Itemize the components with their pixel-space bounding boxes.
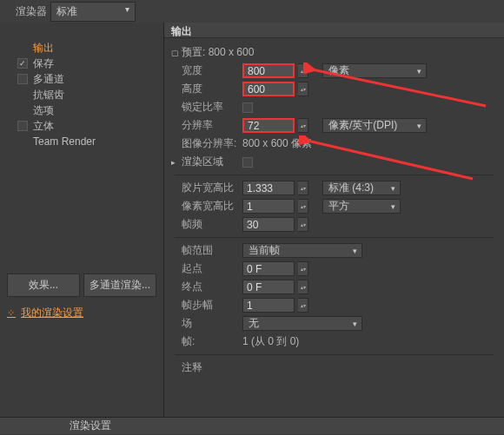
frame-range-select[interactable]: 当前帧 [242, 243, 362, 258]
pixel-aspect-input[interactable]: 1 [242, 199, 295, 214]
lock-ratio-checkbox[interactable] [242, 102, 253, 113]
sidebar-item-multipass[interactable]: 多通道 [0, 71, 163, 87]
end-label: 终点 [168, 280, 239, 294]
image-res-label: 图像分辨率: [168, 136, 239, 151]
sidebar-label: 抗锯齿 [33, 88, 64, 102]
render-region-checkbox[interactable] [242, 157, 253, 168]
renderer-select[interactable]: 标准 [50, 2, 136, 22]
film-aspect-input[interactable]: 1.333 [242, 181, 295, 195]
disclosure-icon[interactable]: ▢ [168, 49, 178, 57]
frame-range-label: 帧范围 [168, 243, 239, 258]
pixel-aspect-label: 像素宽高比 [168, 199, 239, 214]
panel-title: 输出 [164, 23, 504, 38]
end-input[interactable]: 0 F [242, 280, 295, 294]
resolution-spinner[interactable]: ▴▾ [298, 118, 308, 133]
pixel-aspect-select[interactable]: 平方 [322, 199, 401, 214]
height-label: 高度 [168, 82, 239, 96]
film-aspect-label: 胶片宽高比 [168, 181, 239, 195]
frames-value: 1 (从 0 到 0) [242, 334, 299, 349]
frame-step-spinner[interactable]: ▴▾ [298, 298, 308, 313]
sidebar-label: 立体 [33, 119, 54, 134]
sidebar-tree: 输出 ✓ 保存 多通道 抗锯齿 选项 立体 [0, 36, 163, 270]
field-label: 场 [168, 316, 239, 331]
sidebar-item-options[interactable]: 选项 [0, 102, 163, 118]
end-spinner[interactable]: ▴▾ [298, 280, 308, 294]
sidebar-item-save[interactable]: ✓ 保存 [0, 56, 163, 71]
height-input[interactable]: 600 [242, 82, 295, 96]
footer-bar: 渲染设置 [0, 417, 504, 434]
divider [175, 237, 494, 238]
resolution-unit-select[interactable]: 像素/英寸(DPI) [322, 118, 427, 133]
field-select[interactable]: 无 [242, 316, 362, 331]
film-aspect-select[interactable]: 标准 (4:3) [322, 181, 401, 195]
sidebar-item-team-render[interactable]: Team Render [0, 134, 163, 149]
resolution-input[interactable]: 72 [242, 118, 295, 133]
width-label: 宽度 [168, 63, 239, 78]
footer-title: 渲染设置 [70, 419, 111, 433]
width-unit-select[interactable]: 像素 [322, 63, 427, 78]
width-spinner[interactable]: ▴▾ [298, 63, 308, 78]
sidebar-label: 选项 [33, 103, 54, 118]
settings-icon: ⁘ [7, 307, 16, 319]
fps-label: 帧频 [168, 217, 239, 232]
start-spinner[interactable]: ▴▾ [298, 261, 308, 276]
sidebar-label: 多通道 [33, 72, 64, 87]
frames-label: 帧: [168, 334, 239, 349]
lock-ratio-label: 锁定比率 [168, 100, 239, 115]
my-settings-label: 我的渲染设置 [21, 306, 83, 320]
divider [175, 175, 494, 175]
renderer-label: 渲染器 [16, 4, 47, 19]
resolution-label: 分辨率 [168, 118, 239, 133]
sidebar: 输出 ✓ 保存 多通道 抗锯齿 选项 立体 [0, 23, 164, 417]
sidebar-item-output[interactable]: 输出 [0, 40, 163, 56]
sidebar-label: 保存 [33, 56, 54, 71]
checkbox-icon[interactable] [17, 121, 28, 131]
disclosure-icon[interactable]: ▸ [168, 158, 178, 167]
divider [175, 354, 494, 355]
fps-spinner[interactable]: ▴▾ [298, 217, 308, 232]
my-render-settings-link[interactable]: ⁘ 我的渲染设置 [0, 300, 163, 326]
multipass-button[interactable]: 多通道渲染... [83, 274, 156, 297]
output-panel: 输出 ▢ 预置: 800 x 600 宽度 800 ▴▾ 像素 高度 600 ▴… [164, 23, 504, 417]
image-res-value: 800 x 600 像素 [242, 136, 312, 151]
sidebar-item-antialias[interactable]: 抗锯齿 [0, 87, 163, 102]
start-input[interactable]: 0 F [242, 261, 295, 276]
frame-step-label: 帧步幅 [168, 298, 239, 313]
sidebar-item-stereo[interactable]: 立体 [0, 118, 163, 134]
start-label: 起点 [168, 261, 239, 276]
effects-button[interactable]: 效果... [7, 274, 80, 297]
render-region-label: 渲染区域 [182, 155, 239, 169]
preset-label: 预置: 800 x 600 [182, 45, 254, 60]
checkbox-icon[interactable]: ✓ [17, 58, 28, 69]
height-spinner[interactable]: ▴▾ [298, 82, 308, 96]
sidebar-label: 输出 [33, 41, 54, 56]
notes-label: 注释 [168, 360, 239, 375]
pixel-aspect-spinner[interactable]: ▴▾ [298, 199, 308, 214]
sidebar-label: Team Render [33, 135, 96, 148]
checkbox-icon[interactable] [17, 74, 28, 84]
frame-step-input[interactable]: 1 [242, 298, 295, 313]
film-aspect-spinner[interactable]: ▴▾ [298, 181, 308, 195]
fps-input[interactable]: 30 [242, 217, 295, 232]
width-input[interactable]: 800 [242, 63, 295, 78]
